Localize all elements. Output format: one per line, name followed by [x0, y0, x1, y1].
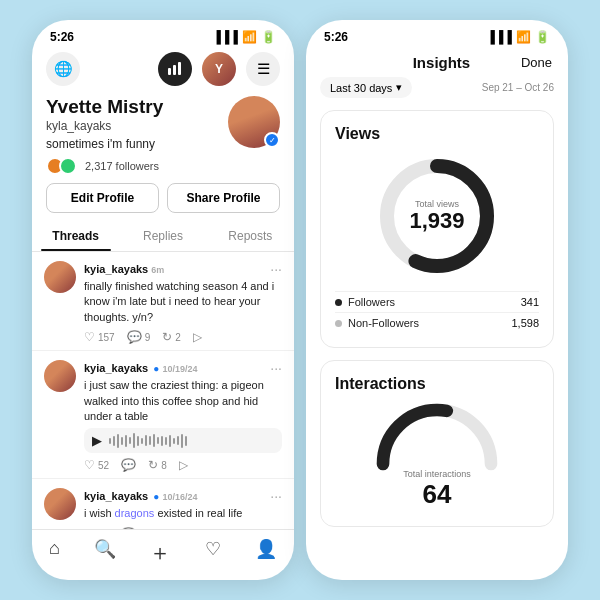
- thread-text: i wish dragons existed in real life: [84, 506, 282, 521]
- thread-time: 10/16/24: [162, 492, 197, 502]
- total-views-value: 1,939: [409, 209, 464, 233]
- thread-avatar: [44, 360, 76, 392]
- followers-label: Followers: [348, 296, 395, 308]
- followers-row: 2,317 followers: [46, 157, 280, 175]
- thread-header: kyia_kayaks ● 10/16/24 ···: [84, 488, 282, 504]
- profile-top: Yvette Mistry kyla_kayaks sometimes i'm …: [46, 96, 280, 151]
- svg-rect-2: [178, 62, 181, 75]
- menu-icon-btn[interactable]: ☰: [246, 52, 280, 86]
- follower-avatar-2: [59, 157, 77, 175]
- followers-count: 2,317 followers: [85, 160, 159, 172]
- thread-username: kyia_kayaks 6m: [84, 263, 164, 275]
- thread-actions: ♡ 157 💬 9 ↻ 2 ▷: [84, 330, 282, 344]
- profile-info: Yvette Mistry kyla_kayaks sometimes i'm …: [46, 96, 163, 151]
- thread-time: 6m: [151, 265, 164, 275]
- home-nav[interactable]: ⌂: [49, 538, 60, 568]
- heart-nav[interactable]: ♡: [205, 538, 221, 568]
- verified-badge: ●: [153, 363, 159, 374]
- repost-btn[interactable]: ↻ 2: [162, 330, 181, 344]
- search-nav[interactable]: 🔍: [94, 538, 116, 568]
- globe-icon-btn[interactable]: 🌐: [46, 52, 80, 86]
- followers-dot: [335, 299, 342, 306]
- donut-center: Total views 1,939: [409, 199, 464, 233]
- repost-btn[interactable]: ↻ 8: [148, 458, 167, 472]
- tab-reposts[interactable]: Reposts: [207, 221, 294, 251]
- follower-avatars: [46, 157, 72, 175]
- interactions-card: Interactions Total interactions 64: [320, 360, 554, 527]
- share-btn[interactable]: ▷: [179, 458, 188, 472]
- like-btn[interactable]: ♡ 157: [84, 330, 115, 344]
- thread-content: kyia_kayaks ● 10/19/24 ··· i just saw th…: [84, 360, 282, 472]
- legend-left-followers: Followers: [335, 296, 395, 308]
- play-icon[interactable]: ▶: [92, 433, 102, 448]
- legend-item-nonfollowers: Non-Followers 1,598: [335, 312, 539, 333]
- total-interactions-value: 64: [403, 479, 471, 510]
- audio-player[interactable]: ▶: [84, 428, 282, 453]
- wifi-icon: 📶: [242, 30, 257, 44]
- status-icons-right: ▐▐▐ 📶 🔋: [486, 30, 550, 44]
- legend-item-followers: Followers 341: [335, 291, 539, 312]
- thread-more-btn[interactable]: ···: [270, 261, 282, 277]
- insights-icon-btn[interactable]: [158, 52, 192, 86]
- signal-icon: ▐▐▐: [212, 30, 238, 44]
- highlight-word: dragons: [115, 507, 155, 519]
- status-icons-left: ▐▐▐ 📶 🔋: [212, 30, 276, 44]
- thread-time: 10/19/24: [162, 364, 197, 374]
- thread-username: kyia_kayaks ● 10/16/24: [84, 490, 197, 502]
- bottom-nav: ⌂ 🔍 ＋ ♡ 👤: [32, 529, 294, 580]
- insights-header: Insights Done: [306, 48, 568, 77]
- tab-threads[interactable]: Threads: [32, 221, 119, 251]
- done-button[interactable]: Done: [521, 55, 552, 70]
- thread-header: kyia_kayaks ● 10/19/24 ···: [84, 360, 282, 376]
- tab-replies[interactable]: Replies: [119, 221, 206, 251]
- half-donut-center: Total interactions 64: [403, 469, 471, 510]
- thread-actions: ♡ 52 💬 ↻ 8 ▷: [84, 458, 282, 472]
- chevron-down-icon: ▾: [396, 81, 402, 94]
- signal-icon-r: ▐▐▐: [486, 30, 512, 44]
- insights-title: Insights: [413, 54, 471, 71]
- avatar-thumb-btn[interactable]: Y: [202, 52, 236, 86]
- share-profile-button[interactable]: Share Profile: [167, 183, 280, 213]
- period-selector[interactable]: Last 30 days ▾: [320, 77, 412, 98]
- thread-content: kyia_kayaks 6m ··· finally finished watc…: [84, 261, 282, 344]
- threads-list: kyia_kayaks 6m ··· finally finished watc…: [32, 252, 294, 529]
- total-interactions-label: Total interactions: [403, 469, 471, 479]
- like-btn[interactable]: ♡ 52: [84, 458, 109, 472]
- thread-avatar: [44, 261, 76, 293]
- battery-icon-left: 🔋: [261, 30, 276, 44]
- comment-btn[interactable]: 💬 9: [127, 330, 151, 344]
- waveform: [109, 433, 187, 448]
- tabs: Threads Replies Reposts: [32, 221, 294, 252]
- profile-buttons: Edit Profile Share Profile: [46, 183, 280, 213]
- comment-btn[interactable]: 💬: [121, 458, 136, 472]
- edit-profile-button[interactable]: Edit Profile: [46, 183, 159, 213]
- share-btn[interactable]: ▷: [193, 330, 202, 344]
- legend-left-nonfollowers: Non-Followers: [335, 317, 419, 329]
- thread-more-btn[interactable]: ···: [270, 488, 282, 504]
- insights-body: Last 30 days ▾ Sep 21 – Oct 26 Views Tot…: [306, 77, 568, 580]
- followers-value: 341: [521, 296, 539, 308]
- status-bar-left: 5:26 ▐▐▐ 📶 🔋: [32, 20, 294, 48]
- create-nav[interactable]: ＋: [149, 538, 171, 568]
- thread-header: kyia_kayaks 6m ···: [84, 261, 282, 277]
- views-section-title: Views: [335, 125, 539, 143]
- profile-nav[interactable]: 👤: [255, 538, 277, 568]
- verified-badge: ●: [153, 491, 159, 502]
- half-donut-wrap: Total interactions 64: [335, 401, 539, 510]
- donut-chart-wrap: Total views 1,939: [335, 151, 539, 281]
- svg-rect-0: [168, 68, 171, 75]
- interactions-section-title: Interactions: [335, 375, 539, 393]
- half-donut-chart: [367, 401, 507, 473]
- wifi-icon-r: 📶: [516, 30, 531, 44]
- avatar-badge: ✓: [264, 132, 280, 148]
- thread-item: kyia_kayaks ● 10/16/24 ··· i wish dragon…: [32, 479, 294, 529]
- thread-item: kyia_kayaks ● 10/19/24 ··· i just saw th…: [32, 351, 294, 479]
- thread-more-btn[interactable]: ···: [270, 360, 282, 376]
- status-bar-right: 5:26 ▐▐▐ 📶 🔋: [306, 20, 568, 48]
- avatar-wrap: ✓: [228, 96, 280, 148]
- nonfollowers-label: Non-Followers: [348, 317, 419, 329]
- thread-avatar: [44, 488, 76, 520]
- nonfollowers-dot: [335, 320, 342, 327]
- profile-section: Yvette Mistry kyla_kayaks sometimes i'm …: [32, 92, 294, 221]
- left-phone: 5:26 ▐▐▐ 📶 🔋 🌐 Y ☰ Yvette Mistry: [32, 20, 294, 580]
